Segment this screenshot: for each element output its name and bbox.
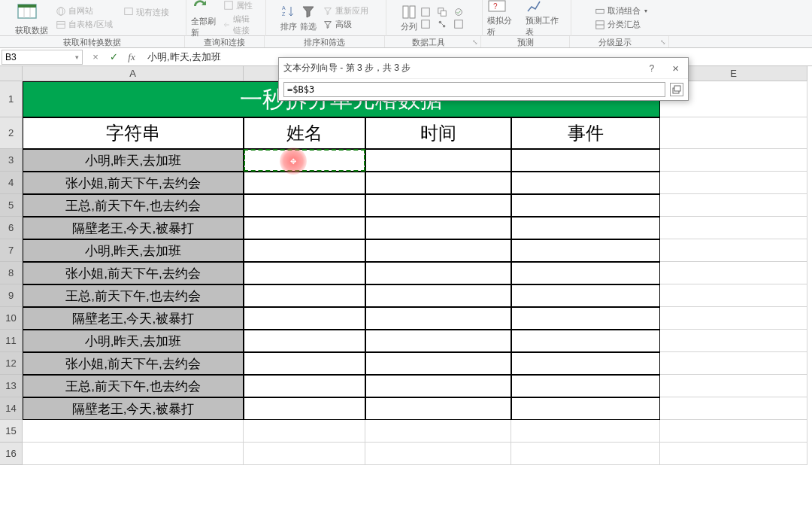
cell-A5[interactable]: 王总,前天下午,也去约会 <box>23 194 244 217</box>
cell-E16[interactable] <box>660 443 807 465</box>
cell-B7[interactable] <box>244 239 365 262</box>
cell-E2[interactable] <box>660 117 807 149</box>
cell-A15[interactable] <box>23 420 244 443</box>
whatif-button[interactable]: ?模拟分析 <box>487 0 520 38</box>
existing-connections-button[interactable]: 现有连接 <box>120 6 172 19</box>
row-header-5[interactable]: 5 <box>0 194 23 217</box>
cell-B2[interactable]: 姓名 <box>244 117 365 149</box>
cell-E7[interactable] <box>660 239 807 262</box>
cell-D8[interactable] <box>511 262 660 284</box>
get-data-button[interactable]: 获取数据 <box>15 0 48 36</box>
cell-E14[interactable] <box>660 397 807 420</box>
remove-duplicates-icon[interactable] <box>437 7 447 17</box>
cell-C7[interactable] <box>365 239 511 262</box>
dialog-restore-button[interactable] <box>670 83 683 96</box>
row-header-10[interactable]: 10 <box>0 307 23 330</box>
dialog-close-button[interactable]: × <box>668 62 683 75</box>
cell-C5[interactable] <box>365 194 511 217</box>
column-header-A[interactable]: A <box>23 66 244 81</box>
cell-A11[interactable]: 小明,昨天,去加班 <box>23 330 244 352</box>
cell-E8[interactable] <box>660 262 807 284</box>
cell-A8[interactable]: 张小姐,前天下午,去约会 <box>23 262 244 284</box>
cell-E13[interactable] <box>660 375 807 397</box>
advanced-button[interactable]: 高级 <box>320 18 371 31</box>
cell-E3[interactable] <box>660 149 807 172</box>
cell-D5[interactable] <box>511 194 660 217</box>
cell-E12[interactable] <box>660 352 807 375</box>
cell-D9[interactable] <box>511 284 660 307</box>
cell-A6[interactable]: 隔壁老王,今天,被暴打 <box>23 217 244 239</box>
dialog-titlebar[interactable]: 文本分列向导 - 第 3 步，共 3 步 ? × <box>279 58 688 79</box>
row-header-4[interactable]: 4 <box>0 172 23 194</box>
row-header-6[interactable]: 6 <box>0 217 23 239</box>
row-header-9[interactable]: 9 <box>0 284 23 307</box>
cell-B15[interactable] <box>244 420 365 443</box>
cell-D16[interactable] <box>511 443 660 465</box>
cell-A3[interactable]: 小明,昨天,去加班 <box>23 149 244 172</box>
cancel-formula-button[interactable]: × <box>87 50 104 65</box>
cell-A9[interactable]: 王总,前天下午,也去约会 <box>23 284 244 307</box>
relationships-icon[interactable] <box>437 19 447 29</box>
row-header-3[interactable]: 3 <box>0 149 23 172</box>
cell-D6[interactable] <box>511 217 660 239</box>
row-header-1[interactable]: 1 <box>0 81 23 117</box>
row-header-12[interactable]: 12 <box>0 352 23 375</box>
cell-D10[interactable] <box>511 307 660 330</box>
ungroup-button[interactable]: 取消组合▾ <box>592 5 650 17</box>
cell-A16[interactable] <box>23 443 244 465</box>
cell-D2[interactable]: 事件 <box>511 117 660 149</box>
cell-B12[interactable] <box>244 352 365 375</box>
cell-E11[interactable] <box>660 330 807 352</box>
refresh-all-button[interactable]: 全部刷新 <box>191 0 217 38</box>
row-header-16[interactable]: 16 <box>0 443 23 465</box>
cell-E4[interactable] <box>660 172 807 194</box>
confirm-formula-button[interactable]: ✓ <box>105 50 122 65</box>
data-model-icon[interactable] <box>453 19 464 29</box>
cell-C3[interactable] <box>365 149 511 172</box>
cell-A13[interactable]: 王总,前天下午,也去约会 <box>23 375 244 397</box>
row-header-11[interactable]: 11 <box>0 330 23 352</box>
cell-B6[interactable] <box>244 217 365 239</box>
cell-D4[interactable] <box>511 172 660 194</box>
cell-A4[interactable]: 张小姐,前天下午,去约会 <box>23 172 244 194</box>
cell-E15[interactable] <box>660 420 807 443</box>
dialog-help-button[interactable]: ? <box>650 63 655 74</box>
row-header-15[interactable]: 15 <box>0 420 23 443</box>
cell-E5[interactable] <box>660 194 807 217</box>
cell-B13[interactable] <box>244 375 365 397</box>
cell-B5[interactable] <box>244 194 365 217</box>
cell-A2[interactable]: 字符串 <box>23 117 244 149</box>
sort-button[interactable]: AZ排序 <box>280 4 297 32</box>
cell-C11[interactable] <box>365 330 511 352</box>
cell-A7[interactable]: 小明,昨天,去加班 <box>23 239 244 262</box>
consolidate-icon[interactable] <box>420 19 431 29</box>
row-header-8[interactable]: 8 <box>0 262 23 284</box>
row-header-14[interactable]: 14 <box>0 397 23 420</box>
cell-B11[interactable] <box>244 330 365 352</box>
data-validation-icon[interactable] <box>453 7 464 17</box>
subtotal-button[interactable]: 分类汇总 <box>592 18 650 31</box>
cell-D3[interactable] <box>511 149 660 172</box>
reapply-button[interactable]: 重新应用 <box>320 5 371 17</box>
text-to-columns-button[interactable]: 分列 <box>401 4 417 32</box>
cell-E9[interactable] <box>660 284 807 307</box>
filter-button[interactable]: 筛选 <box>300 4 317 32</box>
row-header-13[interactable]: 13 <box>0 375 23 397</box>
cell-A12[interactable]: 张小姐,前天下午,去约会 <box>23 352 244 375</box>
flash-fill-icon[interactable] <box>420 7 431 17</box>
cell-B8[interactable] <box>244 262 365 284</box>
cell-E10[interactable] <box>660 307 807 330</box>
cell-C16[interactable] <box>365 443 511 465</box>
cell-C2[interactable]: 时间 <box>365 117 511 149</box>
cell-C15[interactable] <box>365 420 511 443</box>
row-header-7[interactable]: 7 <box>0 239 23 262</box>
cell-D12[interactable] <box>511 352 660 375</box>
cell-D13[interactable] <box>511 375 660 397</box>
cell-D14[interactable] <box>511 397 660 420</box>
cell-B9[interactable] <box>244 284 365 307</box>
destination-input[interactable] <box>283 82 665 97</box>
cells-grid[interactable]: 一秒拆分单元格数据字符串姓名时间事件小明,昨天,去加班张小姐,前天下午,去约会王… <box>23 81 807 465</box>
cell-A14[interactable]: 隔壁老王,今天,被暴打 <box>23 397 244 420</box>
cell-B14[interactable] <box>244 397 365 420</box>
edit-links-button[interactable]: 编辑链接 <box>220 13 261 37</box>
